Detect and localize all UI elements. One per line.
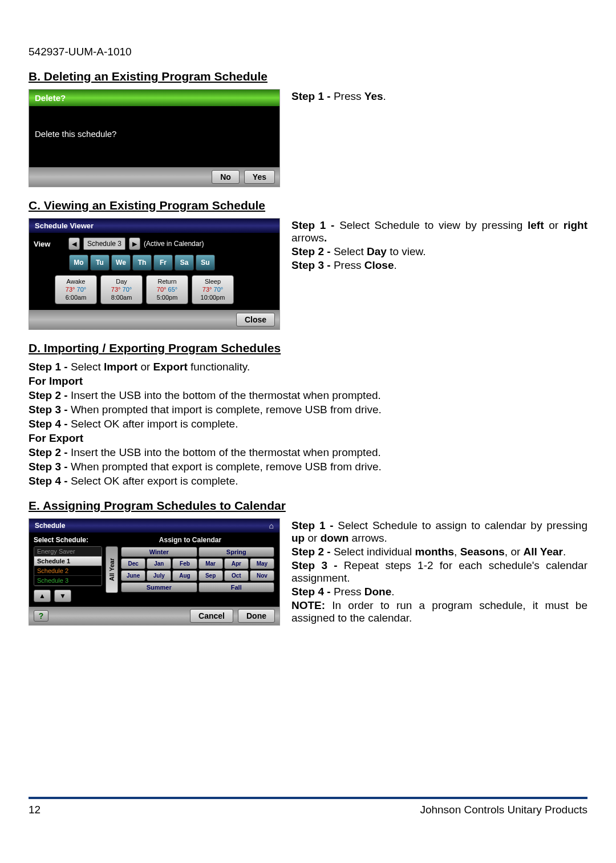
close-button[interactable]: Close <box>236 313 275 326</box>
month-button[interactable]: May <box>250 558 274 569</box>
assign-screen: Schedule ⌂ Select Schedule: Energy Saver… <box>29 518 280 626</box>
delete-title: Delete? <box>29 90 279 106</box>
day-tu[interactable]: Tu <box>90 255 110 271</box>
cancel-button[interactable]: Cancel <box>190 609 233 623</box>
month-button[interactable]: Dec <box>121 558 145 569</box>
month-button[interactable]: Oct <box>224 570 249 581</box>
all-year-button[interactable]: All Year <box>106 546 118 593</box>
view-label: View <box>34 240 65 248</box>
schedule-name: Schedule 3 <box>83 237 125 250</box>
month-button[interactable]: July <box>147 570 171 581</box>
month-button[interactable]: June <box>121 570 145 581</box>
right-arrow-button[interactable]: ▶ <box>129 237 140 250</box>
month-button[interactable]: Apr <box>224 558 249 569</box>
heading-b: B. Deleting an Existing Program Schedule <box>29 70 587 83</box>
section-d-body: Step 1 - Select Import or Export functio… <box>29 361 587 487</box>
period-sleep: Sleep73° 70°10:00pm <box>192 275 234 304</box>
day-mo[interactable]: Mo <box>69 255 88 271</box>
active-in-calendar: (Active in Calendar) <box>144 240 204 248</box>
step-c1: Step 1 - Select Schedule to view by pres… <box>291 219 587 244</box>
month-button[interactable]: Mar <box>198 558 223 569</box>
heading-e: E. Assigning Program Schedules to Calend… <box>29 499 587 513</box>
step-c3: Step 3 - Press Close. <box>291 259 587 272</box>
heading-c: C. Viewing an Existing Program Schedule <box>29 199 587 212</box>
month-button[interactable]: Sep <box>198 570 223 581</box>
period-day: Day73° 70°8:00am <box>100 275 143 304</box>
list-item[interactable]: Schedule 2 <box>34 566 102 576</box>
down-arrow-button[interactable]: ▼ <box>54 590 71 602</box>
month-button[interactable]: Aug <box>172 570 197 581</box>
document-id: 542937-UUM-A-1010 <box>29 46 587 58</box>
schedule-list: Energy Saver Schedule 1 Schedule 2 Sched… <box>34 546 102 586</box>
assign-title-bar: Schedule <box>35 522 65 530</box>
period-row: Awake73° 70°6:00am Day73° 70°8:00am Retu… <box>29 275 279 310</box>
day-sa[interactable]: Sa <box>175 255 194 271</box>
period-awake: Awake73° 70°6:00am <box>55 275 97 304</box>
step-b1: Step 1 - Press Yes. <box>291 90 587 103</box>
day-row: Mo Tu We Th Fr Sa Su <box>29 255 279 275</box>
period-return: Return70° 65°5:00pm <box>146 275 188 304</box>
select-schedule-label: Select Schedule: <box>34 536 102 544</box>
delete-prompt: Delete this schedule? <box>29 106 279 167</box>
day-we[interactable]: We <box>111 255 131 271</box>
page-footer: 12 Johnson Controls Unitary Products <box>29 797 587 816</box>
viewer-title: Schedule Viewer <box>29 219 279 233</box>
month-button[interactable]: Feb <box>172 558 197 569</box>
page-number: 12 <box>29 804 40 816</box>
season-winter[interactable]: Winter <box>121 547 197 557</box>
assign-to-calendar-label: Assign to Calendar <box>106 536 275 544</box>
section-e-steps: Step 1 - Select Schedule to assign to ca… <box>291 518 587 626</box>
month-button[interactable]: Nov <box>250 570 274 581</box>
heading-d: D. Importing / Exporting Program Schedul… <box>29 341 587 355</box>
day-fr[interactable]: Fr <box>153 255 173 271</box>
season-summer[interactable]: Summer <box>121 582 197 592</box>
step-c2: Step 2 - Select Day to view. <box>291 245 587 258</box>
up-arrow-button[interactable]: ▲ <box>34 590 51 602</box>
season-spring[interactable]: Spring <box>198 547 275 557</box>
season-fall[interactable]: Fall <box>198 582 275 592</box>
list-item[interactable]: Schedule 1 <box>34 556 102 566</box>
list-item[interactable]: Schedule 3 <box>34 576 102 586</box>
left-arrow-button[interactable]: ◀ <box>68 237 80 250</box>
help-button[interactable]: ? <box>34 610 48 622</box>
delete-screen: Delete? Delete this schedule? No Yes <box>29 89 280 187</box>
day-th[interactable]: Th <box>132 255 152 271</box>
yes-button[interactable]: Yes <box>244 170 275 184</box>
month-button[interactable]: Jan <box>147 558 171 569</box>
home-icon[interactable]: ⌂ <box>269 521 274 530</box>
done-button[interactable]: Done <box>238 609 275 623</box>
brand-name: Johnson Controls Unitary Products <box>420 804 587 816</box>
list-item[interactable]: Energy Saver <box>34 547 102 556</box>
viewer-screen: Schedule Viewer View ◀ Schedule 3 ▶ (Act… <box>29 218 280 330</box>
no-button[interactable]: No <box>212 170 240 184</box>
day-su[interactable]: Su <box>196 255 215 271</box>
